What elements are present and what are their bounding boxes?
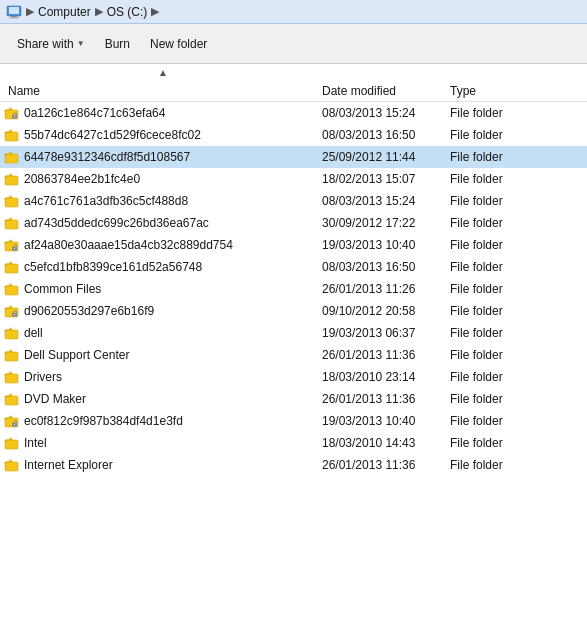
toolbar: Share with ▼ Burn New folder — [0, 24, 587, 64]
file-date: 18/03/2010 23:14 — [322, 370, 450, 384]
table-row[interactable]: ad743d5ddedc699c26bd36ea67ac30/09/2012 1… — [0, 212, 587, 234]
file-date: 08/03/2013 15:24 — [322, 194, 450, 208]
table-row[interactable]: DVD Maker26/01/2013 11:36File folder — [0, 388, 587, 410]
folder-icon — [4, 347, 20, 363]
table-row[interactable]: Intel18/03/2010 14:43File folder — [0, 432, 587, 454]
burn-button[interactable]: Burn — [96, 32, 139, 56]
file-name: a4c761c761a3dfb36c5cf488d8 — [24, 194, 322, 208]
table-row[interactable]: dell19/03/2013 06:37File folder — [0, 322, 587, 344]
file-type: File folder — [450, 392, 540, 406]
table-row[interactable]: 0a126c1e864c71c63efa6408/03/2013 15:24Fi… — [0, 102, 587, 124]
file-date: 09/10/2012 20:58 — [322, 304, 450, 318]
svg-rect-23 — [5, 396, 18, 405]
breadcrumb-computer[interactable]: Computer — [38, 5, 91, 19]
file-type: File folder — [450, 458, 540, 472]
folder-icon — [4, 369, 20, 385]
table-row[interactable]: Internet Explorer26/01/2013 11:36File fo… — [0, 454, 587, 476]
breadcrumb-osc[interactable]: OS (C:) — [107, 5, 148, 19]
svg-rect-28 — [5, 462, 18, 471]
file-name: Dell Support Center — [24, 348, 322, 362]
svg-rect-27 — [5, 440, 18, 449]
file-date: 18/02/2013 15:07 — [322, 172, 450, 186]
table-row[interactable]: Common Files26/01/2013 11:26File folder — [0, 278, 587, 300]
svg-rect-1 — [9, 7, 19, 14]
file-type: File folder — [450, 436, 540, 450]
file-date: 19/03/2013 06:37 — [322, 326, 450, 340]
table-row[interactable]: 64478e9312346cdf8f5d10856725/09/2012 11:… — [0, 146, 587, 168]
file-name: 55b74dc6427c1d529f6cece8fc02 — [24, 128, 322, 142]
svg-rect-21 — [5, 352, 18, 361]
share-with-label: Share with — [17, 37, 74, 51]
file-name: 64478e9312346cdf8f5d108567 — [24, 150, 322, 164]
folder-icon — [4, 149, 20, 165]
file-type: File folder — [450, 150, 540, 164]
svg-rect-3 — [9, 17, 19, 18]
file-type: File folder — [450, 326, 540, 340]
table-row[interactable]: Drivers18/03/2010 23:14File folder — [0, 366, 587, 388]
col-header-type[interactable]: Type — [450, 84, 540, 98]
col-header-name[interactable]: Name — [4, 84, 322, 98]
file-date: 19/03/2013 10:40 — [322, 238, 450, 252]
svg-point-6 — [14, 116, 15, 117]
new-folder-button[interactable]: New folder — [141, 32, 216, 56]
file-date: 19/03/2013 10:40 — [322, 414, 450, 428]
table-row[interactable]: 20863784ee2b1fc4e018/02/2013 15:07File f… — [0, 168, 587, 190]
table-row[interactable]: 55b74dc6427c1d529f6cece8fc0208/03/2013 1… — [0, 124, 587, 146]
file-type: File folder — [450, 106, 540, 120]
file-name: ec0f812c9f987b384df4d1e3fd — [24, 414, 322, 428]
file-type: File folder — [450, 238, 540, 252]
table-row[interactable]: c5efcd1bfb8399ce161d52a5674808/03/2013 1… — [0, 256, 587, 278]
breadcrumb-bar: ▶ Computer ▶ OS (C:) ▶ — [0, 0, 587, 24]
sort-arrow-icon: ▲ — [158, 67, 168, 78]
file-date: 26/01/2013 11:36 — [322, 348, 450, 362]
table-row[interactable]: ec0f812c9f987b384df4d1e3fd19/03/2013 10:… — [0, 410, 587, 432]
sort-bar: ▲ — [0, 64, 587, 80]
svg-rect-20 — [5, 330, 18, 339]
folder-icon — [4, 281, 20, 297]
svg-rect-15 — [5, 264, 18, 273]
file-type: File folder — [450, 414, 540, 428]
breadcrumb-sep-1: ▶ — [26, 5, 34, 18]
breadcrumb-sep-3: ▶ — [151, 5, 159, 18]
file-date: 25/09/2012 11:44 — [322, 150, 450, 164]
table-row[interactable]: af24a80e30aaae15da4cb32c889dd75419/03/20… — [0, 234, 587, 256]
svg-rect-8 — [5, 154, 18, 163]
share-with-dropdown-arrow: ▼ — [77, 39, 85, 48]
file-type: File folder — [450, 128, 540, 142]
file-name: dell — [24, 326, 322, 340]
file-date: 08/03/2013 16:50 — [322, 128, 450, 142]
file-name: Drivers — [24, 370, 322, 384]
file-date: 08/03/2013 16:50 — [322, 260, 450, 274]
file-date: 18/03/2010 14:43 — [322, 436, 450, 450]
file-date: 30/09/2012 17:22 — [322, 216, 450, 230]
folder-icon — [4, 325, 20, 341]
svg-rect-2 — [11, 16, 17, 18]
file-type: File folder — [450, 304, 540, 318]
file-name: DVD Maker — [24, 392, 322, 406]
file-date: 26/01/2013 11:36 — [322, 458, 450, 472]
table-row[interactable]: Dell Support Center26/01/2013 11:36File … — [0, 344, 587, 366]
file-type: File folder — [450, 194, 540, 208]
col-header-date[interactable]: Date modified — [322, 84, 450, 98]
file-name: d90620553d297e6b16f9 — [24, 304, 322, 318]
svg-point-19 — [14, 314, 15, 315]
svg-rect-22 — [5, 374, 18, 383]
folder-icon — [4, 259, 20, 275]
share-with-button[interactable]: Share with ▼ — [8, 32, 94, 56]
table-row[interactable]: a4c761c761a3dfb36c5cf488d808/03/2013 15:… — [0, 190, 587, 212]
svg-rect-10 — [5, 198, 18, 207]
file-name: c5efcd1bfb8399ce161d52a56748 — [24, 260, 322, 274]
file-type: File folder — [450, 348, 540, 362]
folder-icon — [4, 127, 20, 143]
folder-lock-icon — [4, 105, 20, 121]
table-row[interactable]: d90620553d297e6b16f909/10/2012 20:58File… — [0, 300, 587, 322]
file-type: File folder — [450, 282, 540, 296]
computer-icon — [6, 4, 22, 20]
burn-label: Burn — [105, 37, 130, 51]
file-name: Common Files — [24, 282, 322, 296]
file-list: 0a126c1e864c71c63efa6408/03/2013 15:24Fi… — [0, 102, 587, 627]
folder-icon — [4, 435, 20, 451]
file-type: File folder — [450, 260, 540, 274]
svg-rect-9 — [5, 176, 18, 185]
folder-icon — [4, 193, 20, 209]
